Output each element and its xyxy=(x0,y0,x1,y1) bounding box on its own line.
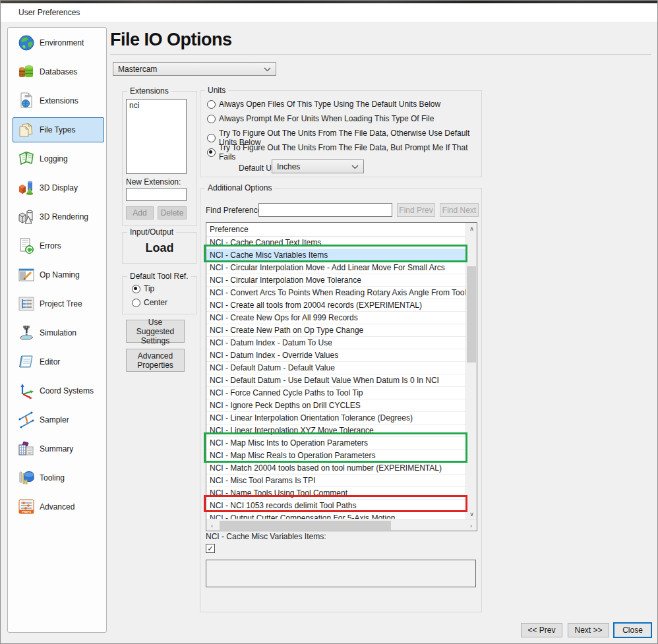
preference-row[interactable]: NCI - Datum Index - Datum To Use xyxy=(206,337,465,349)
preference-row[interactable]: NCI - Match 20004 tools based on tool nu… xyxy=(206,462,465,475)
sidebar-item-sampler[interactable]: Sampler xyxy=(13,407,104,432)
sidebar-item-label: Advanced xyxy=(40,502,75,512)
preference-row[interactable]: NCI - Create all tools from 20004 record… xyxy=(206,299,465,312)
preference-row[interactable]: NCI - Create New Ops for All 999 Records xyxy=(206,312,465,324)
use-suggested-settings-button[interactable]: Use Suggested Settings xyxy=(126,320,185,343)
new-extension-input[interactable] xyxy=(126,188,187,201)
page-title: File IO Options xyxy=(110,30,232,50)
prev-button[interactable]: << Prev xyxy=(521,623,562,637)
preference-row[interactable]: NCI - Linear Interpolation XYZ Move Tole… xyxy=(206,424,465,437)
preference-row[interactable]: NCI - Default Datum - Use Default Value … xyxy=(206,374,465,387)
preference-checkbox[interactable]: ✓ xyxy=(206,544,215,553)
error-report-icon xyxy=(18,237,35,254)
sidebar-item-advanced[interactable]: PREFS Advanced xyxy=(13,494,104,519)
scroll-down-icon[interactable]: ∨ xyxy=(466,508,477,519)
file-type-dropdown-value: Mastercam xyxy=(118,65,157,74)
sidebar-item-label: Logging xyxy=(40,154,68,163)
scroll-right-icon[interactable]: › xyxy=(465,520,477,531)
close-button[interactable]: Close xyxy=(613,622,652,638)
vertical-scrollbar[interactable]: ∧ ∨ xyxy=(465,223,477,519)
tool-ref-center-option[interactable]: Center xyxy=(132,298,167,307)
sidebar-item-label: Project Tree xyxy=(40,299,82,308)
radio-button-icon[interactable] xyxy=(207,134,216,142)
sidebar-item-label: Summary xyxy=(40,444,73,454)
sidebar-item-label: Tooling xyxy=(40,473,65,483)
scroll-up-icon[interactable]: ∧ xyxy=(466,223,477,234)
units-option-figure-out-prompt[interactable]: Try To Figure Out The Units From The Fil… xyxy=(207,143,481,161)
units-option-label: Try To Figure Out The Units From The Fil… xyxy=(219,143,481,161)
add-extension-button[interactable]: Add xyxy=(126,206,154,220)
preference-row[interactable]: NCI - Ignore Peck Depths on Drill CYCLES xyxy=(206,399,465,412)
preference-list[interactable]: Preference NCI - Cache Canned Text Items… xyxy=(206,222,477,531)
sidebar-item-3d-rendering[interactable]: 3D Rendering xyxy=(13,204,104,229)
sidebar-item-environment[interactable]: Environment xyxy=(13,30,104,55)
preference-row[interactable]: NCI - Name Tools Using Tool Comment xyxy=(206,487,465,500)
preference-list-header[interactable]: Preference xyxy=(206,223,477,237)
preference-row[interactable]: NCI - Circular Interpolation Move - Add … xyxy=(206,262,465,274)
window-title: User Preferences xyxy=(18,8,80,17)
delete-extension-button[interactable]: Delete xyxy=(158,206,187,220)
preference-row[interactable]: NCI - Circular Interpolation Move Tolera… xyxy=(206,274,465,287)
extensions-listbox[interactable]: nci xyxy=(126,99,187,174)
preference-row[interactable]: NCI - Map Misc Reals to Operation Parame… xyxy=(206,450,465,462)
sidebar-item-coord-systems[interactable]: Coord Systems xyxy=(13,378,104,403)
preference-row[interactable]: NCI - Misc Tool Params Is TPI xyxy=(206,475,465,487)
preference-row[interactable]: NCI - Datum Index - Override Values xyxy=(206,349,465,362)
tree-icon xyxy=(18,295,35,312)
file-globe-icon: FILE xyxy=(18,92,35,109)
sidebar-item-summary[interactable]: nc Summary xyxy=(13,436,104,461)
preference-row[interactable]: NCI - Default Datum - Default Value xyxy=(206,362,465,374)
preference-row[interactable]: NCI - Linear Interpolation Orientation T… xyxy=(206,412,465,424)
units-option-prompt[interactable]: Always Prompt Me For Units When Loading … xyxy=(207,114,434,123)
titlebar[interactable]: User Preferences xyxy=(1,3,657,22)
database-icon xyxy=(18,63,35,80)
tool-ref-tip-option[interactable]: Tip xyxy=(132,284,154,293)
find-prev-button[interactable]: Find Prev xyxy=(397,203,435,217)
tool-ref-center-label: Center xyxy=(144,298,167,307)
radio-button-icon[interactable] xyxy=(132,285,140,293)
preference-row[interactable]: NCI - Convert Arcs To Points When Readin… xyxy=(206,287,465,299)
notepad-icon xyxy=(18,353,35,370)
preference-row[interactable]: NCI - Force Canned Cycle Paths to Tool T… xyxy=(206,387,465,399)
horizontal-scrollbar[interactable]: ‹ › xyxy=(206,519,477,531)
preference-row[interactable]: NCI - Create New Path on Op Type Change xyxy=(206,324,465,337)
preference-row[interactable]: NCI - Output Cutter Compensation For 5-A… xyxy=(206,512,465,519)
sidebar-item-label: 3D Rendering xyxy=(40,212,88,221)
sidebar-item-label: Editor xyxy=(40,357,60,366)
horizontal-scrollbar-thumb[interactable] xyxy=(220,521,391,530)
sidebar-item-extensions[interactable]: FILE Extensions xyxy=(13,88,104,113)
vertical-scrollbar-thumb[interactable] xyxy=(467,266,476,363)
radio-button-icon[interactable] xyxy=(207,115,216,123)
sidebar-item-simulation[interactable]: Simulation xyxy=(13,320,104,345)
sidebar-item-logging[interactable]: Logging xyxy=(13,146,104,171)
find-preference-input[interactable] xyxy=(258,203,392,217)
find-next-button[interactable]: Find Next xyxy=(440,203,479,217)
sidebar-item-databases[interactable]: Databases xyxy=(13,59,104,84)
sidebar-item-op-naming[interactable]: Op Naming xyxy=(13,262,104,287)
next-button[interactable]: Next >> xyxy=(568,623,609,637)
sidebar-item-project-tree[interactable]: Project Tree xyxy=(13,291,104,316)
svg-text:PREFS: PREFS xyxy=(22,510,31,513)
preference-row[interactable]: NCI - Map Misc Ints to Operation Paramet… xyxy=(206,437,465,450)
preference-rows: NCI - Cache Canned Text Items NCI - Cach… xyxy=(206,237,465,519)
default-units-dropdown[interactable]: Inches xyxy=(272,160,364,173)
preference-row[interactable]: NCI - Cache Canned Text Items xyxy=(206,237,465,249)
sidebar-item-label: Op Naming xyxy=(40,270,80,279)
extension-item[interactable]: nci xyxy=(129,101,183,110)
sidebar-item-tooling[interactable]: Tooling xyxy=(13,465,104,490)
preference-row[interactable]: NCI - NCI 1053 records delimit Tool Path… xyxy=(206,500,465,512)
units-option-default-below[interactable]: Always Open Files Of This Type Using The… xyxy=(207,100,440,109)
radio-button-icon[interactable] xyxy=(132,299,140,307)
file-type-dropdown[interactable]: Mastercam xyxy=(113,62,276,76)
sidebar-item-errors[interactable]: Errors xyxy=(13,233,104,258)
preference-detail-textarea[interactable] xyxy=(206,560,476,587)
preference-row-selected[interactable]: NCI - Cache Misc Variables Items xyxy=(206,249,465,262)
sidebar-item-file-types[interactable]: File Types xyxy=(13,117,104,142)
sidebar-item-3d-display[interactable]: 3D Display xyxy=(13,175,104,200)
tool-holder-icon xyxy=(18,469,35,486)
radio-button-icon[interactable] xyxy=(207,100,216,109)
radio-button-icon[interactable] xyxy=(207,148,216,157)
scroll-left-icon[interactable]: ‹ xyxy=(206,520,218,531)
advanced-properties-button[interactable]: Advanced Properties xyxy=(126,349,185,372)
sidebar-item-editor[interactable]: Editor xyxy=(13,349,104,374)
